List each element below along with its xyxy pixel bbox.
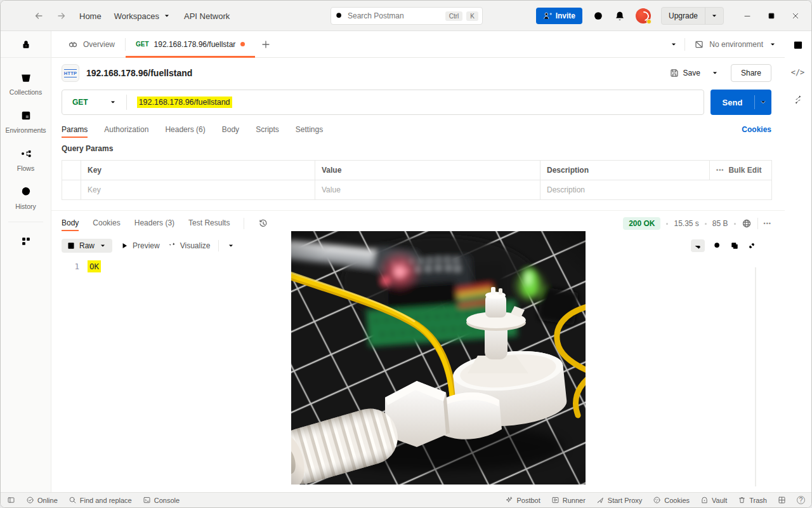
search-input[interactable] <box>348 11 442 20</box>
search-response-icon[interactable] <box>713 241 722 250</box>
left-sidebar: Collections Environments Flows History <box>1 31 51 493</box>
runner-button[interactable]: Runner <box>551 496 586 504</box>
chevron-down-icon <box>108 98 117 107</box>
bulk-edit-cell[interactable]: ••• Bulk Edit <box>710 161 772 180</box>
sidebar-item-environments[interactable]: Environments <box>1 109 51 134</box>
key-field[interactable] <box>88 185 308 194</box>
link-icon[interactable] <box>747 241 756 250</box>
method-selector[interactable]: GET <box>62 98 126 107</box>
send-options-chevron-icon[interactable] <box>755 90 771 115</box>
save-button[interactable]: Save <box>665 65 704 81</box>
status-badge[interactable]: 200 OK <box>623 217 660 230</box>
environment-selector[interactable]: No environment <box>691 39 780 50</box>
code-snippet-icon[interactable]: </> <box>791 68 805 77</box>
save-options-chevron-icon[interactable] <box>708 65 722 81</box>
new-tab-button[interactable] <box>255 31 277 57</box>
upgrade-chevron-icon[interactable] <box>705 11 723 20</box>
tab-overview[interactable]: Overview <box>58 31 125 57</box>
nav-workspaces[interactable]: Workspaces <box>114 11 171 21</box>
url-input[interactable]: 192.168.178.96/fuellstand <box>137 98 232 107</box>
response-tab-test-results[interactable]: Test Results <box>188 212 230 236</box>
console-label: Console <box>154 497 180 504</box>
response-scrollbar[interactable] <box>755 267 756 486</box>
workspace-lock-icon[interactable] <box>20 39 32 50</box>
row-select-cell[interactable] <box>62 180 81 200</box>
console-button[interactable]: Console <box>143 496 180 504</box>
invite-button[interactable]: Invite <box>536 8 582 24</box>
tab-headers-label: Headers <box>165 125 193 134</box>
sidebar-item-label: Environments <box>5 126 46 134</box>
nav-home[interactable]: Home <box>79 11 102 21</box>
upgrade-button[interactable]: Upgrade <box>661 7 724 25</box>
environment-quick-look-icon[interactable] <box>792 39 804 51</box>
trash-icon <box>738 496 746 504</box>
hamburger-menu-icon[interactable] <box>10 10 21 22</box>
find-replace-button[interactable]: Find and replace <box>69 496 132 504</box>
send-button[interactable]: Send <box>710 90 771 115</box>
tab-scripts[interactable]: Scripts <box>256 120 279 142</box>
table-header-row: Key Value Description ••• Bulk Edit <box>62 161 772 180</box>
forward-arrow-icon[interactable] <box>56 11 67 21</box>
share-button[interactable]: Share <box>731 64 771 82</box>
preview-button[interactable]: Preview <box>120 241 160 250</box>
nav-api-network[interactable]: API Network <box>184 11 230 21</box>
window-close-button[interactable] <box>791 11 800 20</box>
raw-document-icon <box>67 241 75 250</box>
visualize-button[interactable]: Visualize <box>167 241 211 250</box>
vault-button[interactable]: Vault <box>700 496 727 504</box>
network-globe-icon[interactable] <box>742 218 752 229</box>
copy-icon[interactable] <box>730 241 739 250</box>
start-proxy-button[interactable]: Start Proxy <box>596 496 642 504</box>
view-options-chevron-icon[interactable] <box>226 241 235 250</box>
value-field[interactable] <box>322 185 534 194</box>
back-arrow-icon[interactable] <box>34 11 44 21</box>
search-box[interactable]: Ctrl K <box>331 7 483 25</box>
response-tab-cookies[interactable]: Cookies <box>93 212 120 236</box>
response-tab-headers[interactable]: Headers (3) <box>134 212 174 236</box>
find-replace-label: Find and replace <box>80 497 132 504</box>
cookies-button[interactable]: Cookies <box>653 496 690 504</box>
sidebar-item-history[interactable]: History <box>1 185 51 210</box>
tab-request-method: GET <box>136 41 149 48</box>
response-time[interactable]: 15.35 s <box>674 219 698 228</box>
column-description: Description <box>540 161 710 180</box>
response-more-options-icon[interactable]: ••• <box>764 220 771 227</box>
two-pane-icon[interactable] <box>778 496 786 504</box>
tab-headers[interactable]: Headers (6) <box>165 120 205 142</box>
raw-view-button[interactable]: Raw <box>62 239 112 253</box>
tab-authorization[interactable]: Authorization <box>104 120 148 142</box>
trash-button[interactable]: Trash <box>738 496 767 504</box>
response-history-icon[interactable] <box>258 218 268 229</box>
notifications-bell-icon[interactable] <box>614 10 625 22</box>
tab-settings[interactable]: Settings <box>296 120 323 142</box>
runner-label: Runner <box>563 497 586 504</box>
sidebar-item-collections[interactable]: Collections <box>1 71 51 96</box>
response-tab-body[interactable]: Body <box>62 212 79 236</box>
tab-overflow-chevron-icon[interactable] <box>669 40 678 49</box>
help-icon[interactable]: ? <box>797 496 805 504</box>
save-floppy-icon <box>669 68 679 78</box>
cookies-link[interactable]: Cookies <box>742 120 771 142</box>
method-label: GET <box>72 98 88 107</box>
wrap-text-icon[interactable] <box>691 239 705 252</box>
tab-body[interactable]: Body <box>222 120 239 142</box>
tab-params[interactable]: Params <box>62 120 88 142</box>
row-select-cell[interactable] <box>62 161 81 180</box>
window-minimize-button[interactable] <box>743 11 752 20</box>
settings-gear-icon[interactable] <box>593 10 604 22</box>
sidebar-configure-blocks-icon[interactable] <box>1 236 51 247</box>
description-field[interactable] <box>547 185 765 194</box>
url-highlighted-text: 192.168.178.96/fuellstand <box>137 97 232 108</box>
toggle-sidebar-icon[interactable] <box>7 496 15 504</box>
online-status-button[interactable]: Online <box>26 496 58 504</box>
postbot-button[interactable]: Postbot <box>505 496 540 504</box>
window-maximize-button[interactable] <box>767 11 776 20</box>
topbar: Home Workspaces API Network Ctrl K Invit… <box>1 1 811 31</box>
user-avatar[interactable] <box>636 8 651 23</box>
sidebar-item-flows[interactable]: Flows <box>1 147 51 172</box>
response-size[interactable]: 85 B <box>712 219 728 228</box>
sidebar-item-label: Flows <box>17 164 34 172</box>
related-requests-icon[interactable] <box>792 94 804 105</box>
tab-request-active[interactable]: GET 192.168.178.96/fuellstar <box>126 31 255 57</box>
avatar-badge <box>646 19 652 24</box>
